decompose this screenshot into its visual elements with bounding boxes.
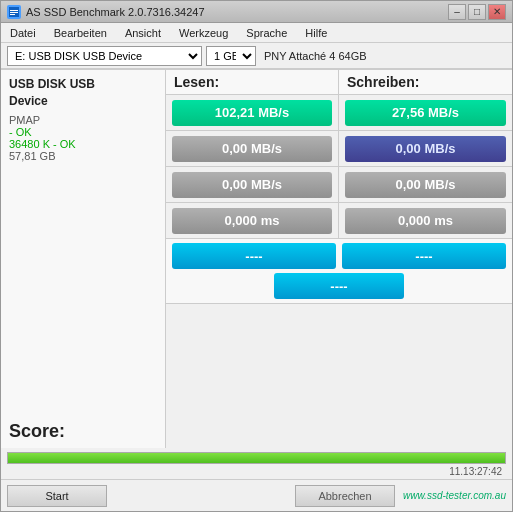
menu-bar: Datei Bearbeiten Ansicht Werkzeug Sprach…	[1, 23, 512, 43]
drive-select[interactable]: E: USB DISK USB Device	[7, 46, 202, 66]
ok2-label: 36480 K - OK	[9, 138, 157, 150]
maximize-button[interactable]: □	[468, 4, 486, 20]
menu-datei[interactable]: Datei	[7, 26, 39, 40]
device-name: USB DISK USBDevice	[9, 76, 157, 110]
table-row: 102,21 MB/s 27,56 MB/s	[166, 95, 512, 131]
minimize-button[interactable]: –	[448, 4, 466, 20]
pmap-label: PMAP	[9, 114, 157, 126]
row-read-cell-3: 0,000 ms	[166, 203, 339, 238]
row-read-cell-1: 0,00 MB/s	[166, 131, 339, 166]
menu-werkzeug[interactable]: Werkzeug	[176, 26, 231, 40]
progress-section: 11.13:27:42	[1, 448, 512, 479]
cancel-button[interactable]: Abbrechen	[295, 485, 395, 507]
progress-bar-container	[7, 452, 506, 464]
timestamp: 11.13:27:42	[7, 466, 506, 477]
score-write: ----	[342, 243, 506, 269]
row-write-cell-3: 0,000 ms	[339, 203, 512, 238]
close-button[interactable]: ✕	[488, 4, 506, 20]
size-label: 57,81 GB	[9, 150, 157, 162]
menu-bearbeiten[interactable]: Bearbeiten	[51, 26, 110, 40]
size-select[interactable]: 1 GB	[206, 46, 256, 66]
row-write-cell-2: 0,00 MB/s	[339, 167, 512, 202]
row-write-cell-0: 27,56 MB/s	[339, 95, 512, 130]
row-write-cell-1: 0,00 MB/s	[339, 131, 512, 166]
main-window: AS SSD Benchmark 2.0.7316.34247 – □ ✕ Da…	[0, 0, 513, 512]
toolbar: E: USB DISK USB Device 1 GB PNY Attaché …	[1, 43, 512, 69]
title-bar: AS SSD Benchmark 2.0.7316.34247 – □ ✕	[1, 1, 512, 23]
table-row: 0,000 ms 0,000 ms	[166, 203, 512, 239]
start-button[interactable]: Start	[7, 485, 107, 507]
left-panel: USB DISK USBDevice PMAP - OK 36480 K - O…	[1, 70, 166, 448]
app-icon	[7, 5, 21, 19]
table-row: 0,00 MB/s 0,00 MB/s	[166, 167, 512, 203]
svg-rect-1	[10, 10, 18, 11]
read-header: Lesen:	[166, 70, 339, 94]
main-content: USB DISK USBDevice PMAP - OK 36480 K - O…	[1, 69, 512, 448]
right-container: Lesen: Schreiben: 102,21 MB/s 27,56 MB/s…	[166, 70, 512, 448]
watermark: www.ssd-tester.com.au	[403, 490, 506, 501]
table-row: 0,00 MB/s 0,00 MB/s	[166, 131, 512, 167]
row-read-cell-0: 102,21 MB/s	[166, 95, 339, 130]
svg-rect-3	[10, 14, 15, 15]
write-header: Schreiben:	[339, 70, 512, 94]
device-label: PNY Attaché 4 64GB	[260, 50, 371, 62]
svg-rect-2	[10, 12, 18, 13]
row-read-cell-2: 0,00 MB/s	[166, 167, 339, 202]
score-read: ----	[172, 243, 336, 269]
menu-sprache[interactable]: Sprache	[243, 26, 290, 40]
ok1-label: - OK	[9, 126, 157, 138]
title-buttons: – □ ✕	[448, 4, 506, 20]
menu-ansicht[interactable]: Ansicht	[122, 26, 164, 40]
score-label-in-panel: Score:	[9, 415, 157, 442]
score-section: ---- ---- ----	[166, 239, 512, 304]
progress-bar-fill	[8, 453, 505, 463]
menu-hilfe[interactable]: Hilfe	[302, 26, 330, 40]
title-bar-left: AS SSD Benchmark 2.0.7316.34247	[7, 5, 205, 19]
window-title: AS SSD Benchmark 2.0.7316.34247	[26, 6, 205, 18]
score-total: ----	[274, 273, 404, 299]
bottom-bar: Start Abbrechen www.ssd-tester.com.au	[1, 479, 512, 511]
